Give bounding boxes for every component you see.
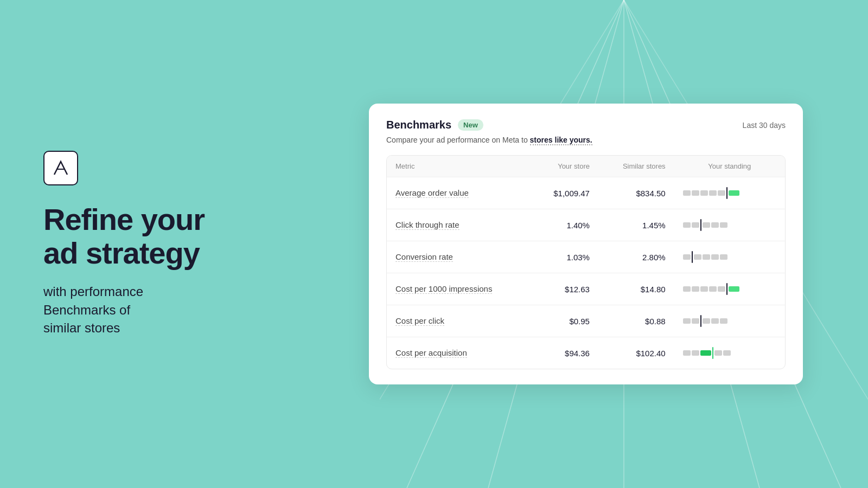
metric-cell: Click through rate [387, 209, 531, 241]
card-title-row: Benchmarks New [386, 119, 483, 131]
metric-label: Average order value [395, 188, 469, 198]
your-store-value: $12.63 [531, 273, 598, 305]
standing-bar [683, 347, 776, 359]
metric-cell: Cost per acquisition [387, 337, 531, 369]
col-standing: Your standing [674, 156, 785, 177]
metric-label: Click through rate [395, 220, 459, 230]
similar-stores-value: 2.80% [598, 241, 674, 273]
standing-cell [674, 177, 785, 209]
card-header: Benchmarks New Last 30 days [386, 119, 786, 131]
col-similar-stores: Similar stores [598, 156, 674, 177]
standing-bar [683, 251, 776, 263]
similar-stores-value: $14.80 [598, 273, 674, 305]
standing-bar [683, 187, 776, 199]
your-store-value: $0.95 [531, 305, 598, 337]
similar-stores-value: $834.50 [598, 177, 674, 209]
standing-bar [683, 219, 776, 231]
benchmarks-table: Metric Your store Similar stores Your st… [386, 155, 786, 369]
your-store-value: $1,009.47 [531, 177, 598, 209]
subtitle-text: Compare your ad performance on Meta to [386, 136, 530, 144]
col-metric: Metric [387, 156, 531, 177]
standing-bar [683, 283, 776, 295]
metric-label: Conversion rate [395, 252, 453, 262]
similar-stores-value: $0.88 [598, 305, 674, 337]
table-header-row: Metric Your store Similar stores Your st… [387, 156, 785, 177]
sub-headline: with performance Benchmarks of similar s… [43, 282, 271, 337]
metric-cell: Average order value [387, 177, 531, 209]
subtitle-bold: stores like yours. [530, 136, 592, 145]
standing-cell [674, 337, 785, 369]
metric-label: Cost per 1000 impressions [395, 284, 492, 294]
standing-cell [674, 209, 785, 241]
metric-cell: Cost per click [387, 305, 531, 337]
benchmarks-card: Benchmarks New Last 30 days Compare your… [369, 104, 803, 384]
standing-cell [674, 273, 785, 305]
table-row: Conversion rate1.03%2.80% [387, 241, 785, 273]
new-badge: New [458, 119, 483, 131]
your-store-value: 1.40% [531, 209, 598, 241]
table-row: Click through rate1.40%1.45% [387, 209, 785, 241]
metric-cell: Cost per 1000 impressions [387, 273, 531, 305]
standing-cell [674, 305, 785, 337]
table-row: Cost per click$0.95$0.88 [387, 305, 785, 337]
similar-stores-value: $102.40 [598, 337, 674, 369]
last-days-label: Last 30 days [743, 121, 786, 130]
table-row: Average order value$1,009.47$834.50 [387, 177, 785, 209]
table-row: Cost per acquisition$94.36$102.40 [387, 337, 785, 369]
table-row: Cost per 1000 impressions$12.63$14.80 [387, 273, 785, 305]
metric-cell: Conversion rate [387, 241, 531, 273]
standing-bar [683, 315, 776, 327]
left-panel: Refine your ad strategy with performance… [43, 151, 271, 337]
metric-label: Cost per acquisition [395, 348, 467, 358]
your-store-value: 1.03% [531, 241, 598, 273]
card-subtitle: Compare your ad performance on Meta to s… [386, 136, 786, 144]
card-title: Benchmarks [386, 119, 451, 131]
col-your-store: Your store [531, 156, 598, 177]
main-headline: Refine your ad strategy [43, 203, 271, 269]
standing-cell [674, 241, 785, 273]
similar-stores-value: 1.45% [598, 209, 674, 241]
metric-label: Cost per click [395, 316, 444, 326]
logo [43, 151, 78, 185]
your-store-value: $94.36 [531, 337, 598, 369]
